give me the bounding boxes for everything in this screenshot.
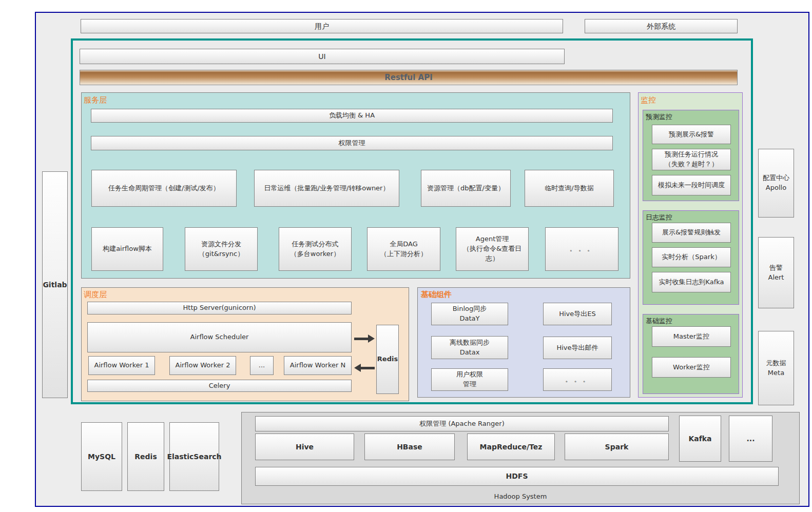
worker-ellipsis-box: ... <box>250 356 274 375</box>
base-monitor-title: 基础监控 <box>646 317 672 326</box>
component-binlog-sync: Binlog同步 DataY <box>431 303 508 325</box>
component-ellipsis: 。 。 。 <box>543 368 612 391</box>
service-box-test-distributed: 任务测试分布式 （多台worker） <box>279 227 352 271</box>
forecast-monitor-title: 预测监控 <box>646 112 672 122</box>
service-box-build-script: 构建airflow脚本 <box>91 227 163 271</box>
meta-box: 元数据 Meta <box>758 331 794 405</box>
airflow-scheduler-box: Airflow Scheduler <box>87 322 352 352</box>
hbase-box: HBase <box>364 434 455 460</box>
kafka-box: Kafka <box>679 416 721 462</box>
service-box-global-dag: 全局DAG （上下游分析） <box>367 227 440 271</box>
component-hive-to-es: Hive导出ES <box>543 303 612 325</box>
airflow-worker-n-box: Airflow Worker N <box>284 356 352 375</box>
redis-queue-box: Redis <box>376 325 399 394</box>
gitlab-box: Gitlab <box>42 171 68 398</box>
monitoring-label: 监控 <box>641 95 656 105</box>
monitor-box-rule-trigger: 展示&报警规则触发 <box>652 223 731 243</box>
service-box-resource-mgmt: 资源管理（db配置/变量） <box>421 170 511 207</box>
monitor-box-forecast-alarm: 预测展示&报警 <box>652 125 731 144</box>
scheduler-to-redis-arrow-icon <box>354 338 368 340</box>
airflow-worker-2-box: Airflow Worker 2 <box>169 356 236 375</box>
scheduler-layer-label: 调度层 <box>84 290 107 300</box>
ui-bar: UI <box>80 49 565 64</box>
log-monitor-title: 日志监控 <box>646 213 672 222</box>
ranger-bar: 权限管理 (Apache Ranger) <box>255 416 669 431</box>
monitor-box-realtime-spark: 实时分析（Spark） <box>652 247 731 267</box>
redis-to-worker-arrow-icon <box>361 367 375 369</box>
service-box-lifecycle: 任务生命周期管理（创建/测试/发布） <box>91 170 237 207</box>
hadoop-more-box: ... <box>729 416 772 462</box>
hive-box: Hive <box>255 434 354 460</box>
hadoop-system-caption: Hadoop System <box>241 493 800 500</box>
component-hive-to-mail: Hive导出邮件 <box>543 337 612 359</box>
elasticsearch-box: ElasticSearch <box>169 422 219 491</box>
celery-bar: Celery <box>87 380 352 392</box>
service-box-ellipsis: 。 。 。 <box>545 227 618 271</box>
diagram-canvas: 用户 外部系统 UI Restful API 服务层 负载均衡 & HA 权限管… <box>0 0 812 512</box>
monitor-box-simulate: 模拟未来一段时间调度 <box>652 175 731 195</box>
service-box-agent-mgmt: Agent管理 （执行命令&查看日志） <box>456 227 529 271</box>
component-user-permission: 用户权限 管理 <box>431 368 508 391</box>
monitor-box-worker: Worker监控 <box>652 357 731 378</box>
base-components-label: 基础组件 <box>421 290 452 300</box>
alert-box: 告警 Alert <box>758 237 794 308</box>
airflow-worker-1-box: Airflow Worker 1 <box>88 356 155 375</box>
apollo-config-box: 配置中心 Apollo <box>758 149 794 218</box>
service-box-file-distribute: 资源文件分发 （git&rsync） <box>185 227 258 271</box>
component-offline-sync: 离线数据同步 Datax <box>431 336 508 359</box>
user-bar: 用户 <box>81 19 563 33</box>
monitor-box-forecast-run: 预测任务运行情况 （失败？超时？） <box>652 149 731 170</box>
service-box-adhoc-query: 临时查询/导数据 <box>525 170 614 207</box>
service-layer-label: 服务层 <box>84 95 107 105</box>
service-box-operations: 日常运维（批量跑/业务管理/转移owner） <box>254 170 399 207</box>
load-balance-bar: 负载均衡 & HA <box>91 109 613 123</box>
restful-api-bar: Restful API <box>80 70 738 85</box>
spark-box: Spark <box>565 434 669 460</box>
monitor-box-log-to-kafka: 实时收集日志到Kafka <box>652 272 731 292</box>
mapreduce-tez-box: MapReduce/Tez <box>467 434 555 460</box>
external-system-bar: 外部系统 <box>585 19 738 33</box>
redis-storage-box: Redis <box>127 422 164 491</box>
mysql-box: MySQL <box>81 422 122 491</box>
monitor-box-master: Master监控 <box>652 326 731 347</box>
hdfs-bar: HDFS <box>255 467 779 486</box>
http-server-bar: Http Server(gunicorn) <box>87 302 352 314</box>
permission-bar: 权限管理 <box>91 136 613 150</box>
